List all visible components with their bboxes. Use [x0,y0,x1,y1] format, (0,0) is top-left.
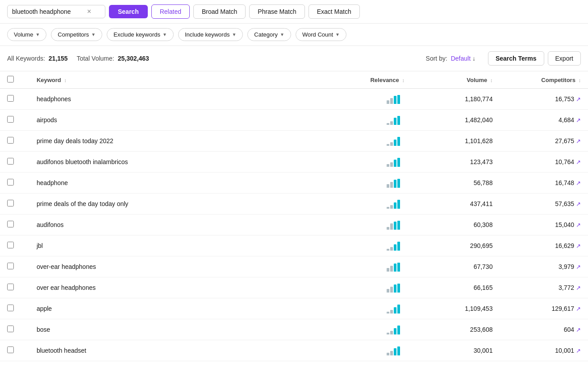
table-row: over-ear headphones67,7303,979↗ [0,256,588,277]
relevance-bar-segment [394,244,396,251]
competitors-cell: 57,635↗ [500,194,588,214]
column-header-volume[interactable]: Volume ↕ [412,71,500,89]
clear-button[interactable]: × [86,8,92,15]
external-link-icon[interactable]: ↗ [576,326,581,333]
relevance-cell [294,89,412,110]
external-link-icon[interactable]: ↗ [576,201,581,207]
row-checkbox[interactable] [7,200,14,206]
tab-phrase-match[interactable]: Phrase Match [249,4,304,19]
competitors-value: 3,979 [559,263,574,270]
relevance-cell [294,298,412,319]
search-button[interactable]: Search [109,5,148,18]
filter-volume[interactable]: Volume ▼ [7,28,46,41]
volume-cell: 123,473 [412,152,500,173]
relevance-bar-segment [387,144,389,146]
keyword-cell: over-ear headphones [29,256,294,277]
volume-value: 123,473 [470,158,493,165]
relevance-bar-segment [387,289,389,293]
volume-cell: 253,608 [412,319,500,340]
row-checkbox-cell [0,277,29,298]
sort-icon: ↕ [579,78,581,83]
keyword-cell: over ear headphones [29,277,294,298]
row-checkbox[interactable] [7,305,14,311]
row-checkbox[interactable] [7,95,14,102]
search-terms-button[interactable]: Search Terms [488,51,544,66]
table-row: over ear headphones66,1653,772↗ [0,277,588,298]
relevance-bar-segment [387,268,389,272]
row-checkbox[interactable] [7,158,14,165]
table-row: prime deals of the day today only437,411… [0,194,588,214]
external-link-icon[interactable]: ↗ [576,285,581,291]
relevance-cell [294,319,412,340]
row-checkbox[interactable] [7,242,14,248]
relevance-cell [294,152,412,173]
competitors-value: 16,748 [555,179,574,186]
relevance-bar-segment [394,140,396,146]
filter-category[interactable]: Category ▼ [247,28,291,41]
filter-include-keywords[interactable]: Include keywords ▼ [178,28,243,41]
total-volume-value: 25,302,463 [118,55,149,62]
competitors-cell: 10,764↗ [500,152,588,173]
relevance-bar-segment [394,222,396,230]
keyword-cell: airpods [29,110,294,131]
search-input[interactable] [12,8,83,15]
column-header-relevance[interactable]: Relevance ↕ [294,71,412,89]
relevance-bar-segment [390,162,393,167]
volume-value: 30,001 [474,347,493,354]
volume-cell: 1,180,774 [412,89,500,110]
column-header-competitors[interactable]: Competitors ↕ [500,71,588,89]
relevance-bar-segment [397,326,400,334]
select-all-checkbox[interactable] [7,76,14,82]
filter-include-label: Include keywords [185,31,229,38]
external-link-icon[interactable]: ↗ [576,347,581,354]
volume-value: 1,482,040 [465,116,492,124]
filter-exclude-keywords[interactable]: Exclude keywords ▼ [107,28,174,41]
external-link-icon[interactable]: ↗ [576,305,581,312]
relevance-bar-segment [390,351,393,355]
relevance-cell [294,340,412,361]
row-checkbox[interactable] [7,326,14,332]
row-checkbox[interactable] [7,284,14,290]
relevance-cell [294,110,412,131]
filter-word-count[interactable]: Word Count ▼ [296,28,346,41]
external-link-icon[interactable]: ↗ [576,117,581,124]
volume-value: 66,165 [474,284,493,291]
chevron-down-icon: ▼ [35,32,40,37]
tab-exact-match[interactable]: Exact Match [309,4,360,19]
row-checkbox[interactable] [7,346,14,353]
row-checkbox[interactable] [7,263,14,269]
row-checkbox[interactable] [7,116,14,123]
filter-exclude-label: Exclude keywords [113,31,160,38]
external-link-icon[interactable]: ↗ [576,96,581,103]
tab-broad-match[interactable]: Broad Match [193,4,246,19]
competitors-cell: 3,979↗ [500,256,588,277]
row-checkbox-cell [0,214,29,235]
external-link-icon[interactable]: ↗ [576,138,581,144]
volume-cell: 30,001 [412,340,500,361]
relevance-bar-segment [390,310,393,313]
competitors-cell: 16,629↗ [500,235,588,256]
volume-value: 60,308 [474,221,493,228]
filter-wordcount-label: Word Count [302,31,333,38]
relevance-bar-segment [394,285,396,293]
competitors-value: 3,772 [559,284,574,291]
sort-icon: ↕ [64,78,67,83]
external-link-icon[interactable]: ↗ [576,243,581,249]
row-checkbox[interactable] [7,179,14,186]
sort-by-value[interactable]: Default [451,55,471,62]
tab-related[interactable]: Related [151,4,190,19]
all-keywords-label: All Keywords: [7,55,45,62]
external-link-icon[interactable]: ↗ [576,180,581,186]
external-link-icon[interactable]: ↗ [576,264,581,270]
column-header-keyword[interactable]: Keyword ↕ [29,71,294,89]
export-button[interactable]: Export [548,51,581,66]
relevance-bar-segment [397,158,400,167]
table-row: bose253,608604↗ [0,319,588,340]
row-checkbox[interactable] [7,137,14,144]
external-link-icon[interactable]: ↗ [576,159,581,165]
row-checkbox[interactable] [7,221,14,227]
external-link-icon[interactable]: ↗ [576,222,581,228]
filter-competitors[interactable]: Competitors ▼ [51,28,102,41]
relevance-bar-segment [387,227,389,230]
table-row: jbl290,69516,629↗ [0,235,588,256]
